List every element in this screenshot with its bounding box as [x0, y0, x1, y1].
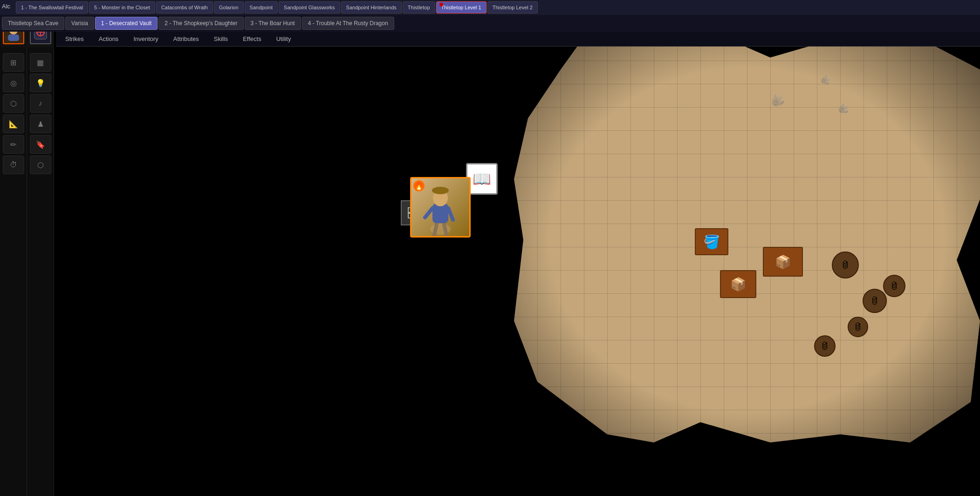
- barrel-token-4[interactable]: 🛢: [848, 317, 868, 337]
- ruler-icon[interactable]: 📐: [3, 115, 24, 133]
- scene-tab-boar-hunt[interactable]: 3 - The Boar Hunt: [245, 17, 301, 30]
- char-tab-inventory[interactable]: Inventory: [126, 33, 165, 46]
- svg-point-11: [432, 187, 449, 194]
- clock-icon[interactable]: ⏱: [3, 156, 24, 174]
- nav-tab-catacombs[interactable]: Catacombs of Wrath: [156, 1, 213, 14]
- target-icon[interactable]: ◎: [3, 74, 24, 92]
- chest-token-3[interactable]: 📦: [720, 270, 756, 298]
- scene-tab-rusty-dragon[interactable]: 4 - Trouble At The Rusty Dragon: [302, 17, 394, 30]
- dungeon-walls: [514, 37, 980, 442]
- char-tab-utility[interactable]: Utility: [269, 33, 299, 46]
- scene-nav-tabs: Thistletop Sea CaveVarisia1 - Desecrated…: [2, 17, 394, 30]
- svg-line-8: [425, 208, 432, 217]
- nav-tab-golarion[interactable]: Golarion: [214, 1, 244, 14]
- char-tab-skills[interactable]: Skills: [206, 33, 235, 46]
- map-icon[interactable]: ⊞: [3, 53, 24, 72]
- nav-tab-sandpoint-hinterlands[interactable]: Sandpoint Hinterlands: [341, 1, 402, 14]
- dice-icon[interactable]: ⬡: [3, 94, 24, 113]
- music-icon[interactable]: ♪: [30, 94, 51, 113]
- left-icons-list: ⊞◎⬡📐✏⏱: [3, 53, 24, 174]
- scene-tab-thistletop-sea-cave[interactable]: Thistletop Sea Cave: [2, 17, 64, 30]
- dice-roll-icon[interactable]: ⬡: [30, 156, 51, 174]
- map-area[interactable]: 🪨 🪨 🪨 📖 🪣 📦 📦 🛢 🛢 🛢 🛢 🛢 🔥: [0, 0, 980, 496]
- nav-tab-thistletop[interactable]: Thistletop: [403, 1, 435, 14]
- char-tab-actions[interactable]: Actions: [91, 33, 126, 46]
- left-icons-column: ⊞◎⬡📐✏⏱: [0, 17, 27, 496]
- char-tab-strikes[interactable]: Strikes: [58, 33, 91, 46]
- scene-nav: Thistletop Sea CaveVarisia1 - Desecrated…: [0, 15, 980, 32]
- char-tabs-list: StrikesActionsInventoryAttributesSkillsE…: [58, 33, 298, 46]
- right-tools-list: ▦💡♪♟🔖⬡: [30, 53, 51, 174]
- right-tools-column: ▦💡♪♟🔖⬡: [27, 17, 54, 496]
- light-icon[interactable]: 💡: [30, 74, 51, 92]
- wall-icon[interactable]: ▦: [30, 53, 51, 72]
- scene-tab-varisia[interactable]: Varisia: [65, 17, 94, 30]
- char-tab-effects[interactable]: Effects: [235, 33, 269, 46]
- scene-tab-desecrated-vault[interactable]: 1 - Desecrated Vault: [95, 17, 158, 30]
- nav-tab-sandpoint-glassworks[interactable]: Sandpoint Glassworks: [279, 1, 340, 14]
- barrel-token-2[interactable]: 🛢: [863, 289, 887, 313]
- barrel-token-1[interactable]: 🛢: [832, 251, 859, 279]
- nav-tab-monster-closet[interactable]: 5 - Monster in the Closet: [89, 1, 155, 14]
- chess-icon[interactable]: ♟: [30, 115, 51, 133]
- scene-tab-shopkeeps-daughter[interactable]: 2 - The Shopkeep's Daughter: [158, 17, 243, 30]
- svg-rect-7: [432, 204, 448, 223]
- book-token[interactable]: 📖: [466, 163, 498, 195]
- nav-tab-thistletop-level2[interactable]: Thistletop Level 2: [487, 1, 538, 14]
- chest-token-1[interactable]: 🪣: [695, 228, 728, 255]
- char-tab-attributes[interactable]: Attributes: [166, 33, 206, 46]
- alc-label: Alc: [2, 3, 10, 10]
- character-token[interactable]: 🔥: [410, 177, 471, 238]
- nav-tab-thistletop-level1[interactable]: Thistletop Level 1: [436, 1, 487, 14]
- nav-tab-sandpoint[interactable]: Sandpoint: [245, 1, 278, 14]
- top-nav: Alc 1 - The Swallowtail Festival5 - Mons…: [0, 0, 980, 15]
- top-nav-tabs: 1 - The Swallowtail Festival5 - Monster …: [16, 1, 538, 14]
- svg-rect-13: [8, 34, 19, 41]
- barrel-token-3[interactable]: 🛢: [883, 275, 905, 297]
- char-tabs: StrikesActionsInventoryAttributesSkillsE…: [56, 32, 980, 47]
- chest-token-2[interactable]: 📦: [763, 247, 803, 277]
- nav-tab-swallowtail[interactable]: 1 - The Swallowtail Festival: [16, 1, 88, 14]
- pencil-icon[interactable]: ✏: [3, 135, 24, 154]
- barrel-token-5[interactable]: 🛢: [814, 335, 836, 357]
- svg-line-9: [448, 208, 453, 220]
- bookmark-icon[interactable]: 🔖: [30, 135, 51, 154]
